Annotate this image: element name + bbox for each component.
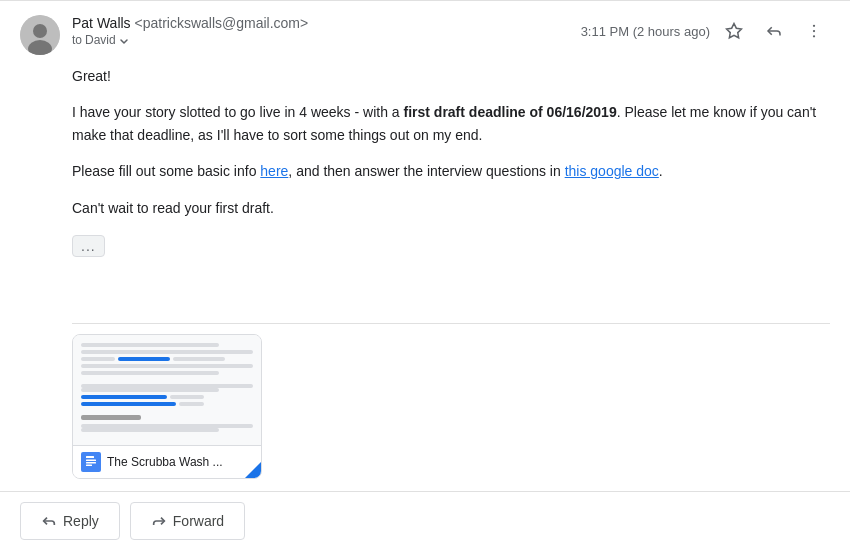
- chevron-down-icon[interactable]: [119, 35, 129, 45]
- sender-line: Pat Walls <patrickswalls@gmail.com>: [72, 15, 308, 31]
- divider: [72, 323, 830, 324]
- doc-line: [173, 357, 225, 361]
- header-left: Pat Walls <patrickswalls@gmail.com> to D…: [20, 15, 308, 55]
- paragraph2-end: .: [659, 163, 663, 179]
- email-header: Pat Walls <patrickswalls@gmail.com> to D…: [0, 1, 850, 65]
- paragraph2-start: Please fill out some basic info: [72, 163, 260, 179]
- reply-icon: [41, 513, 57, 529]
- doc-line: [81, 343, 219, 347]
- sender-name: Pat Walls: [72, 15, 131, 31]
- paragraph1-start: I have your story slotted to go live in …: [72, 104, 404, 120]
- svg-rect-8: [86, 460, 96, 462]
- doc-line-link: [81, 357, 253, 361]
- sender-email: <patrickswalls@gmail.com>: [135, 15, 309, 31]
- timestamp: 3:11 PM (2 hours ago): [581, 24, 710, 39]
- paragraph2-middle: , and then answer the interview question…: [288, 163, 564, 179]
- header-right: 3:11 PM (2 hours ago): [581, 15, 830, 47]
- sender-info: Pat Walls <patrickswalls@gmail.com> to D…: [72, 15, 308, 47]
- doc-line-link: [81, 395, 253, 399]
- doc-line-link: [81, 402, 253, 406]
- doc-preview-lines: [81, 343, 253, 432]
- forward-icon: [151, 513, 167, 529]
- svg-point-1: [33, 24, 47, 38]
- doc-line: [81, 350, 253, 354]
- google-doc-link[interactable]: this google doc: [565, 163, 659, 179]
- svg-marker-3: [727, 24, 742, 38]
- svg-rect-10: [86, 465, 92, 467]
- doc-section-header: [81, 415, 141, 420]
- email-container: Pat Walls <patrickswalls@gmail.com> to D…: [0, 0, 850, 556]
- attachment-preview[interactable]: The Scrubba Wash ...: [72, 334, 262, 479]
- doc-line: [81, 357, 115, 361]
- attachment-name: The Scrubba Wash ...: [107, 455, 223, 469]
- avatar: [20, 15, 60, 55]
- here-link[interactable]: here: [260, 163, 288, 179]
- reply-header-button[interactable]: [758, 15, 790, 47]
- doc-line: [170, 395, 204, 399]
- forward-label: Forward: [173, 513, 224, 529]
- reply-label: Reply: [63, 513, 99, 529]
- links-paragraph: Please fill out some basic info here, an…: [72, 160, 830, 182]
- forward-button[interactable]: Forward: [130, 502, 245, 540]
- doc-link-line: [81, 402, 176, 406]
- doc-link-line: [81, 395, 167, 399]
- deadline-text: first draft deadline of 06/16/2019: [404, 104, 617, 120]
- corner-fold: [245, 462, 261, 478]
- doc-line: [179, 402, 205, 406]
- doc-line: [81, 371, 219, 375]
- svg-point-4: [813, 25, 815, 27]
- recipient-label: to: [72, 33, 82, 47]
- star-button[interactable]: [718, 15, 750, 47]
- recipient-name: David: [85, 33, 116, 47]
- recipient-line: to David: [72, 33, 308, 47]
- action-bar: Reply Forward: [0, 491, 850, 556]
- doc-link-line: [118, 357, 170, 361]
- expand-ellipsis-button[interactable]: ...: [72, 235, 105, 257]
- email-text: Great! I have your story slotted to go l…: [72, 65, 830, 219]
- doc-line: [81, 364, 253, 368]
- svg-rect-9: [86, 462, 96, 464]
- svg-rect-7: [86, 456, 94, 458]
- interview-section: [81, 415, 253, 432]
- main-paragraph: I have your story slotted to go live in …: [72, 101, 830, 146]
- doc-section: [81, 384, 253, 406]
- attachment-area: The Scrubba Wash ...: [72, 334, 830, 479]
- email-body: Great! I have your story slotted to go l…: [0, 65, 850, 313]
- doc-line: [81, 388, 219, 392]
- attachment-doc-content: [73, 335, 261, 445]
- doc-line: [81, 428, 219, 432]
- more-options-button[interactable]: [798, 15, 830, 47]
- reply-button[interactable]: Reply: [20, 502, 120, 540]
- ellipsis-text: ...: [81, 238, 96, 254]
- svg-point-6: [813, 35, 815, 37]
- svg-point-5: [813, 30, 815, 32]
- google-doc-icon: [81, 452, 101, 472]
- closing-paragraph: Can't wait to read your first draft.: [72, 197, 830, 219]
- attachment-label: The Scrubba Wash ...: [73, 445, 261, 478]
- greeting-paragraph: Great!: [72, 65, 830, 87]
